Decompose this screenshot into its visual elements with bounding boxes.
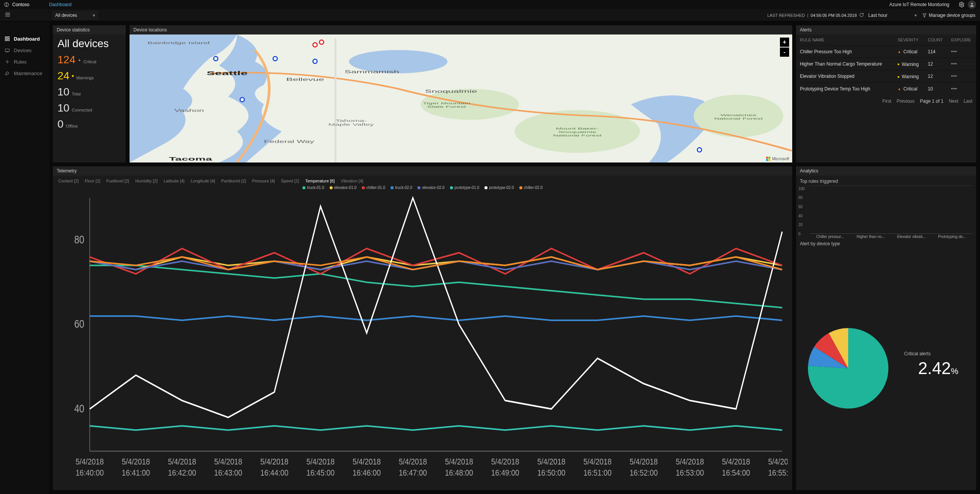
pager-next[interactable]: Next: [949, 98, 959, 104]
cell-severity: ▲ Critical: [894, 46, 924, 58]
refresh-button[interactable]: [859, 13, 864, 18]
bar-label: Chiller pressur...: [814, 235, 847, 239]
telemetry-tab[interactable]: Floor [2]: [85, 179, 100, 183]
col-explore: EXPLORE: [947, 34, 976, 46]
svg-text:National Forest: National Forest: [714, 117, 763, 120]
svg-text:16:55:00: 16:55:00: [768, 468, 788, 477]
cell-explore[interactable]: •••: [947, 46, 976, 58]
map-zoom-controls: + -: [780, 38, 789, 57]
telemetry-tab[interactable]: Temperature [8]: [305, 179, 335, 183]
sidebar-item-devices[interactable]: Devices: [0, 44, 49, 56]
pager-prev[interactable]: Previous: [897, 98, 915, 104]
svg-text:5/4/2018: 5/4/2018: [583, 456, 611, 466]
telemetry-tab[interactable]: Pressure [4]: [252, 179, 275, 183]
zoom-out-button[interactable]: -: [780, 48, 789, 57]
refresh-timestamp: 04:56:05 PM 05.04.2018: [811, 13, 857, 18]
telemetry-tab[interactable]: Latitude [4]: [164, 179, 184, 183]
top-rules-label: Top rules triggered: [796, 176, 976, 184]
panel-device-locations: Device locations: [130, 25, 792, 162]
cell-count: 12: [924, 58, 947, 71]
svg-text:Sammamish: Sammamish: [345, 69, 399, 74]
telemetry-tab[interactable]: PartitionId [2]: [221, 179, 246, 183]
user-avatar[interactable]: [968, 0, 976, 9]
legend-item[interactable]: truck-01.0: [302, 185, 324, 190]
table-row[interactable]: Chiller Pressure Too High▲ Critical114••…: [796, 46, 976, 58]
map-pin[interactable]: [213, 56, 218, 61]
ellipsis-icon[interactable]: •••: [951, 61, 957, 67]
svg-text:60: 60: [74, 318, 84, 330]
square-icon: ■: [72, 74, 74, 78]
svg-text:16:44:00: 16:44:00: [260, 468, 288, 477]
table-row[interactable]: Higher Than Normal Cargo Temperature■ Wa…: [796, 58, 976, 71]
map-pin[interactable]: [240, 97, 245, 102]
map-pin[interactable]: [319, 39, 324, 45]
cell-explore[interactable]: •••: [947, 58, 976, 71]
ellipsis-icon[interactable]: •••: [951, 74, 957, 79]
device-filter-dropdown[interactable]: All devices ▾: [52, 11, 98, 20]
cell-rule: Chiller Pressure Too High: [796, 46, 894, 58]
manage-device-groups-link[interactable]: Manage device groups: [922, 13, 975, 18]
chevron-down-icon: ▾: [93, 13, 95, 18]
hamburger-button[interactable]: [5, 11, 11, 19]
settings-button[interactable]: [959, 2, 965, 8]
telemetry-tab[interactable]: Coolant [2]: [58, 179, 79, 183]
sidebar-item-dashboard[interactable]: Dashboard: [0, 33, 49, 44]
pager-last[interactable]: Last: [964, 98, 972, 104]
main-grid: Device statistics All devices 124▲Critic…: [49, 21, 980, 494]
zoom-in-button[interactable]: +: [780, 38, 789, 47]
brand-label: Contoso: [12, 2, 30, 7]
telemetry-tab[interactable]: Humidity [2]: [135, 179, 158, 183]
svg-text:16:45:00: 16:45:00: [307, 468, 335, 477]
map-pin[interactable]: [312, 42, 318, 48]
sidebar-item-maintenance[interactable]: Maintenance: [0, 67, 49, 79]
pager-first[interactable]: First: [882, 98, 891, 104]
legend-item[interactable]: prototype-02.0: [484, 185, 514, 190]
legend-item[interactable]: chiller-02.0: [519, 185, 543, 190]
telemetry-tab[interactable]: Longitude [4]: [190, 179, 215, 183]
legend-item[interactable]: prototype-01.0: [450, 185, 479, 190]
table-row[interactable]: Elevator Vibration Stopped■ Warning12•••: [796, 70, 976, 83]
rules-icon: [5, 59, 10, 64]
bar-label: Higher than no...: [855, 235, 887, 239]
telemetry-tabs: Coolant [2]Floor [2]Fuellevel [2]Humidit…: [53, 176, 792, 185]
svg-text:40: 40: [74, 402, 84, 415]
telemetry-tab[interactable]: Vibration [4]: [341, 179, 363, 183]
time-range-dropdown[interactable]: Last hour ▾: [868, 13, 917, 18]
map-pin[interactable]: [697, 147, 702, 153]
device-filter-label: All devices: [55, 13, 77, 18]
cell-explore[interactable]: •••: [947, 70, 976, 83]
col-rule: RULE NAME: [796, 34, 894, 46]
table-row[interactable]: Prototyping Device Temp Too High▲ Critic…: [796, 83, 976, 95]
legend-item[interactable]: elevator-01.0: [330, 185, 356, 190]
legend-item[interactable]: chiller-01.0: [362, 185, 385, 190]
map-canvas[interactable]: Seattle Bellevue Sammamish Snoqualmie Ta…: [130, 34, 792, 162]
svg-text:5/4/2018: 5/4/2018: [214, 456, 242, 466]
ellipsis-icon[interactable]: •••: [951, 49, 957, 54]
telemetry-tab[interactable]: Speed [2]: [281, 179, 299, 183]
sidebar-item-rules[interactable]: Rules: [0, 56, 49, 67]
panel-telemetry: Telemetry Coolant [2]Floor [2]Fuellevel …: [53, 166, 792, 490]
telemetry-tab[interactable]: Fuellevel [2]: [107, 179, 129, 183]
legend-item[interactable]: elevator-02.0: [417, 185, 444, 190]
ellipsis-icon[interactable]: •••: [951, 86, 957, 92]
sidebar-item-label: Rules: [14, 59, 26, 65]
maintenance-icon: [5, 71, 10, 76]
map-pin[interactable]: [312, 59, 318, 64]
svg-text:16:41:00: 16:41:00: [122, 468, 150, 477]
triangle-icon: ▲: [78, 58, 81, 62]
legend-item[interactable]: truck-02.0: [391, 185, 412, 190]
connected-label: Connected: [72, 108, 92, 112]
brand-icon: [4, 2, 9, 7]
cell-explore[interactable]: •••: [947, 83, 976, 95]
telemetry-legend: truck-01.0elevator-01.0chiller-01.0truck…: [53, 185, 792, 191]
sidebar-item-label: Dashboard: [14, 36, 40, 42]
breadcrumb[interactable]: Dashboard: [49, 2, 72, 7]
brand: Contoso: [4, 2, 49, 7]
warning-count: 24: [57, 70, 69, 82]
svg-text:Snoqualmie: Snoqualmie: [425, 89, 477, 94]
map-pin[interactable]: [272, 56, 278, 61]
svg-text:Wenatchee: Wenatchee: [721, 113, 757, 117]
svg-text:80: 80: [74, 233, 84, 246]
svg-text:5/4/2018: 5/4/2018: [491, 456, 519, 466]
pager-page: Page 1 of 1: [920, 98, 943, 104]
